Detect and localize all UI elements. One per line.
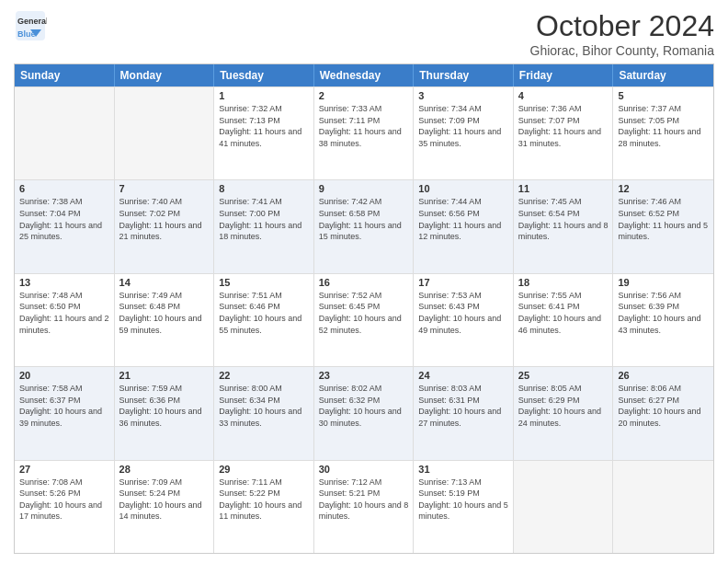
cell-info: Sunrise: 7:37 AM Sunset: 7:05 PM Dayligh…	[618, 103, 709, 149]
calendar-cell: 23Sunrise: 8:02 AM Sunset: 6:32 PM Dayli…	[314, 367, 415, 459]
calendar-cell: 11Sunrise: 7:45 AM Sunset: 6:54 PM Dayli…	[514, 180, 614, 272]
calendar-cell: 7Sunrise: 7:40 AM Sunset: 7:02 PM Daylig…	[115, 180, 215, 272]
calendar-cell: 18Sunrise: 7:55 AM Sunset: 6:41 PM Dayli…	[514, 274, 614, 366]
header-day-saturday: Saturday	[613, 64, 713, 86]
calendar-cell: 31Sunrise: 7:13 AM Sunset: 5:19 PM Dayli…	[414, 461, 514, 553]
cell-info: Sunrise: 7:46 AM Sunset: 6:52 PM Dayligh…	[618, 196, 709, 242]
cell-info: Sunrise: 8:02 AM Sunset: 6:32 PM Dayligh…	[319, 383, 409, 429]
day-number: 28	[119, 464, 210, 475]
cell-info: Sunrise: 7:09 AM Sunset: 5:24 PM Dayligh…	[119, 477, 210, 523]
cell-info: Sunrise: 7:32 AM Sunset: 7:13 PM Dayligh…	[219, 103, 309, 149]
day-number: 3	[418, 90, 508, 101]
day-number: 15	[219, 277, 309, 288]
day-number: 16	[319, 277, 409, 288]
day-number: 21	[119, 370, 210, 381]
calendar-cell: 25Sunrise: 8:05 AM Sunset: 6:29 PM Dayli…	[514, 367, 614, 459]
day-number: 11	[518, 183, 609, 194]
cell-info: Sunrise: 7:53 AM Sunset: 6:43 PM Dayligh…	[418, 290, 508, 336]
logo-icon: General Blue	[14, 9, 47, 46]
calendar-cell: 10Sunrise: 7:44 AM Sunset: 6:56 PM Dayli…	[414, 180, 514, 272]
day-number: 18	[518, 277, 609, 288]
day-number: 7	[119, 183, 210, 194]
calendar-cell: 19Sunrise: 7:56 AM Sunset: 6:39 PM Dayli…	[613, 274, 713, 366]
calendar-week-3: 13Sunrise: 7:48 AM Sunset: 6:50 PM Dayli…	[15, 273, 713, 366]
calendar-cell: 1Sunrise: 7:32 AM Sunset: 7:13 PM Daylig…	[214, 87, 314, 179]
cell-info: Sunrise: 8:00 AM Sunset: 6:34 PM Dayligh…	[219, 383, 309, 429]
calendar-cell: 5Sunrise: 7:37 AM Sunset: 7:05 PM Daylig…	[613, 87, 713, 179]
cell-info: Sunrise: 8:06 AM Sunset: 6:27 PM Dayligh…	[618, 383, 709, 429]
calendar: SundayMondayTuesdayWednesdayThursdayFrid…	[14, 63, 714, 554]
day-number: 12	[618, 183, 709, 194]
calendar-week-4: 20Sunrise: 7:58 AM Sunset: 6:37 PM Dayli…	[15, 366, 713, 459]
header-day-tuesday: Tuesday	[214, 64, 314, 86]
calendar-cell: 8Sunrise: 7:41 AM Sunset: 7:00 PM Daylig…	[214, 180, 314, 272]
calendar-cell: 27Sunrise: 7:08 AM Sunset: 5:26 PM Dayli…	[15, 461, 115, 553]
day-number: 17	[418, 277, 508, 288]
cell-info: Sunrise: 7:34 AM Sunset: 7:09 PM Dayligh…	[418, 103, 508, 149]
calendar-body: 1Sunrise: 7:32 AM Sunset: 7:13 PM Daylig…	[15, 86, 713, 553]
day-number: 1	[219, 90, 309, 101]
calendar-cell: 17Sunrise: 7:53 AM Sunset: 6:43 PM Dayli…	[414, 274, 514, 366]
cell-info: Sunrise: 8:05 AM Sunset: 6:29 PM Dayligh…	[518, 383, 609, 429]
header: General Blue October 2024 Ghiorac, Bihor…	[14, 9, 714, 58]
cell-info: Sunrise: 7:40 AM Sunset: 7:02 PM Dayligh…	[119, 196, 210, 242]
day-number: 6	[19, 183, 109, 194]
cell-info: Sunrise: 7:12 AM Sunset: 5:21 PM Dayligh…	[319, 477, 409, 523]
calendar-cell	[115, 87, 215, 179]
calendar-cell: 4Sunrise: 7:36 AM Sunset: 7:07 PM Daylig…	[514, 87, 614, 179]
day-number: 9	[319, 183, 409, 194]
day-number: 22	[219, 370, 309, 381]
day-number: 23	[319, 370, 409, 381]
logo: General Blue	[14, 9, 47, 46]
day-number: 13	[19, 277, 109, 288]
day-number: 25	[518, 370, 609, 381]
day-number: 4	[518, 90, 609, 101]
svg-text:Blue: Blue	[17, 29, 36, 39]
day-number: 19	[618, 277, 709, 288]
header-day-wednesday: Wednesday	[314, 64, 415, 86]
cell-info: Sunrise: 7:49 AM Sunset: 6:48 PM Dayligh…	[119, 290, 210, 336]
cell-info: Sunrise: 7:41 AM Sunset: 7:00 PM Dayligh…	[219, 196, 309, 242]
calendar-cell: 21Sunrise: 7:59 AM Sunset: 6:36 PM Dayli…	[115, 367, 215, 459]
calendar-cell: 24Sunrise: 8:03 AM Sunset: 6:31 PM Dayli…	[414, 367, 514, 459]
calendar-cell: 22Sunrise: 8:00 AM Sunset: 6:34 PM Dayli…	[214, 367, 314, 459]
calendar-cell: 26Sunrise: 8:06 AM Sunset: 6:27 PM Dayli…	[613, 367, 713, 459]
cell-info: Sunrise: 7:56 AM Sunset: 6:39 PM Dayligh…	[618, 290, 709, 336]
calendar-week-2: 6Sunrise: 7:38 AM Sunset: 7:04 PM Daylig…	[15, 179, 713, 272]
page: General Blue October 2024 Ghiorac, Bihor…	[0, 0, 728, 563]
calendar-cell: 30Sunrise: 7:12 AM Sunset: 5:21 PM Dayli…	[314, 461, 415, 553]
day-number: 24	[418, 370, 508, 381]
calendar-title: October 2024	[530, 9, 715, 43]
calendar-cell: 20Sunrise: 7:58 AM Sunset: 6:37 PM Dayli…	[15, 367, 115, 459]
calendar-cell: 28Sunrise: 7:09 AM Sunset: 5:24 PM Dayli…	[115, 461, 215, 553]
calendar-cell: 14Sunrise: 7:49 AM Sunset: 6:48 PM Dayli…	[115, 274, 215, 366]
calendar-cell: 12Sunrise: 7:46 AM Sunset: 6:52 PM Dayli…	[613, 180, 713, 272]
day-number: 20	[19, 370, 109, 381]
cell-info: Sunrise: 8:03 AM Sunset: 6:31 PM Dayligh…	[418, 383, 508, 429]
cell-info: Sunrise: 7:51 AM Sunset: 6:46 PM Dayligh…	[219, 290, 309, 336]
calendar-cell: 29Sunrise: 7:11 AM Sunset: 5:22 PM Dayli…	[214, 461, 314, 553]
cell-info: Sunrise: 7:13 AM Sunset: 5:19 PM Dayligh…	[418, 477, 508, 523]
day-number: 27	[19, 464, 109, 475]
cell-info: Sunrise: 7:48 AM Sunset: 6:50 PM Dayligh…	[19, 290, 109, 336]
header-day-monday: Monday	[115, 64, 215, 86]
calendar-week-1: 1Sunrise: 7:32 AM Sunset: 7:13 PM Daylig…	[15, 86, 713, 179]
day-number: 29	[219, 464, 309, 475]
day-number: 2	[319, 90, 409, 101]
cell-info: Sunrise: 7:44 AM Sunset: 6:56 PM Dayligh…	[418, 196, 508, 242]
cell-info: Sunrise: 7:45 AM Sunset: 6:54 PM Dayligh…	[518, 196, 609, 242]
calendar-cell: 2Sunrise: 7:33 AM Sunset: 7:11 PM Daylig…	[314, 87, 415, 179]
calendar-subtitle: Ghiorac, Bihor County, Romania	[530, 43, 715, 58]
day-number: 8	[219, 183, 309, 194]
calendar-cell: 6Sunrise: 7:38 AM Sunset: 7:04 PM Daylig…	[15, 180, 115, 272]
cell-info: Sunrise: 7:59 AM Sunset: 6:36 PM Dayligh…	[119, 383, 210, 429]
cell-info: Sunrise: 7:58 AM Sunset: 6:37 PM Dayligh…	[19, 383, 109, 429]
calendar-header-row: SundayMondayTuesdayWednesdayThursdayFrid…	[15, 64, 713, 86]
day-number: 10	[418, 183, 508, 194]
cell-info: Sunrise: 7:42 AM Sunset: 6:58 PM Dayligh…	[319, 196, 409, 242]
day-number: 31	[418, 464, 508, 475]
day-number: 5	[618, 90, 709, 101]
calendar-cell: 16Sunrise: 7:52 AM Sunset: 6:45 PM Dayli…	[314, 274, 415, 366]
day-number: 14	[119, 277, 210, 288]
cell-info: Sunrise: 7:55 AM Sunset: 6:41 PM Dayligh…	[518, 290, 609, 336]
